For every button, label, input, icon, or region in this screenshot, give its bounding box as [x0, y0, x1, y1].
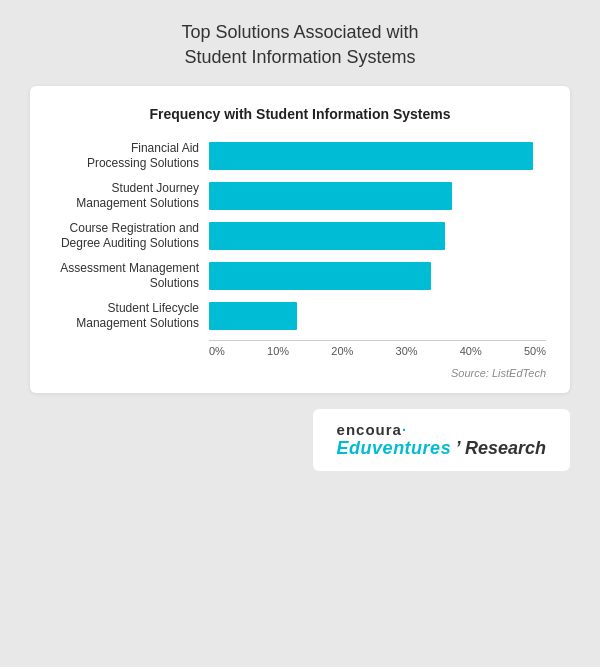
x-axis: 0%10%20%30%40%50%	[209, 340, 546, 357]
bar-label: Course Registration andDegree Auditing S…	[54, 221, 209, 252]
bar-label: Assessment ManagementSolutions	[54, 261, 209, 292]
bar-fill	[209, 182, 452, 210]
bar-track	[209, 260, 546, 292]
logo-encoura: encoura·	[337, 421, 408, 438]
bar-fill	[209, 142, 533, 170]
chart-title: Frequency with Student Information Syste…	[54, 106, 546, 122]
bar-track	[209, 300, 546, 332]
logo-tagline: Eduventures ’ Research	[337, 438, 546, 459]
x-tick: 40%	[460, 345, 482, 357]
logo-area: encoura· Eduventures ’ Research	[313, 409, 570, 471]
bar-track	[209, 180, 546, 212]
bar-label: Student LifecycleManagement Solutions	[54, 301, 209, 332]
bar-row: Assessment ManagementSolutions	[54, 260, 546, 292]
x-tick: 0%	[209, 345, 225, 357]
x-tick: 10%	[267, 345, 289, 357]
x-tick: 50%	[524, 345, 546, 357]
x-axis-labels: 0%10%20%30%40%50%	[209, 345, 546, 357]
x-tick: 30%	[396, 345, 418, 357]
logo-research: ’ Research	[456, 438, 546, 458]
source-label: Source: ListEdTech	[54, 367, 546, 379]
bar-fill	[209, 302, 297, 330]
bar-label: Student JourneyManagement Solutions	[54, 181, 209, 212]
bar-fill	[209, 262, 431, 290]
bar-track	[209, 220, 546, 252]
bar-label: Financial AidProcessing Solutions	[54, 141, 209, 172]
bar-row: Student JourneyManagement Solutions	[54, 180, 546, 212]
bar-row: Course Registration andDegree Auditing S…	[54, 220, 546, 252]
bar-row: Student LifecycleManagement Solutions	[54, 300, 546, 332]
bar-track	[209, 140, 546, 172]
logo-dot: ·	[402, 421, 407, 438]
bar-row: Financial AidProcessing Solutions	[54, 140, 546, 172]
logo-eduventures: Eduventures	[337, 438, 452, 458]
x-tick: 20%	[331, 345, 353, 357]
bar-fill	[209, 222, 445, 250]
chart-card: Frequency with Student Information Syste…	[30, 86, 570, 393]
page-title: Top Solutions Associated with Student In…	[181, 20, 418, 70]
bars-area: Financial AidProcessing SolutionsStudent…	[54, 140, 546, 332]
